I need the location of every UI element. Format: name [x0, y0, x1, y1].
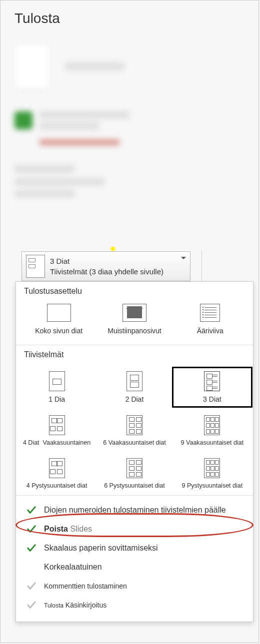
handout-6-slides-h[interactable]: 6 Vaakasuuntaiset diat: [96, 412, 173, 449]
handout-6-slides-v[interactable]: 6 Pystysuuntaiset diat: [96, 455, 173, 492]
dropdown-line1: 3 Diat: [50, 256, 164, 266]
handout-4-slides-h[interactable]: 4 Diat Vaakasuuntainen: [18, 412, 96, 449]
option-print-ink[interactable]: Tulosta Käsinkirjoitus: [16, 596, 253, 615]
page-title: Tulosta: [0, 0, 258, 26]
handout-4-slides-v[interactable]: 4 Pystysuuntaiset diat: [18, 455, 96, 492]
handout-6h-icon: [126, 415, 142, 435]
handout-9v-icon: [204, 458, 220, 478]
option-outline[interactable]: Ääriviiva: [172, 302, 248, 337]
section-handouts-title: Tiivistelmät: [16, 345, 253, 365]
checkmark-icon: [26, 524, 37, 535]
outline-icon: [200, 304, 220, 322]
option-full-page-slides[interactable]: Koko sivun diat: [21, 302, 96, 337]
handout-9h-icon: [204, 415, 220, 435]
cursor-highlight: [110, 246, 116, 251]
option-high-quality[interactable]: Korkealaatuinen: [16, 558, 253, 577]
option-print-comments[interactable]: Kommenttien tulostaminen: [16, 577, 253, 596]
notes-pages-icon: [122, 304, 146, 322]
print-layout-dropdown[interactable]: 3 Diat Tiivistelmät (3 diaa yhdelle sivu…: [22, 251, 190, 281]
full-page-icon: [47, 304, 71, 322]
checkmark-icon: [26, 543, 37, 554]
option-print-slide-numbers[interactable]: Diojen numeroiden tulostaminen tiivistel…: [16, 501, 253, 520]
checkmark-disabled-icon: [26, 581, 37, 592]
option-remove-slides[interactable]: Poista Slides: [16, 520, 253, 539]
handout-3-icon: [26, 255, 45, 278]
handout-3-slides[interactable]: 3 Diat: [174, 368, 251, 406]
handout-9-slides-h[interactable]: 9 Vaakasuuntaiset diat: [174, 412, 251, 449]
dropdown-line2: Tiivistelmät (3 diaa yhdelle sivulle): [50, 266, 164, 277]
option-notes-pages[interactable]: Muistiinpanosivut: [96, 302, 172, 337]
handout-4v-icon: [49, 458, 65, 478]
section-print-layout-title: Tulostusasettelu: [16, 282, 253, 302]
handout-9-slides-v[interactable]: 9 Pystysuuntaiset diat: [174, 455, 251, 492]
print-layout-popup: Tulostusasettelu Koko sivun diat Muistii…: [16, 281, 254, 622]
handout-4h-icon: [49, 415, 65, 435]
chevron-down-icon: [181, 257, 186, 259]
handout-3-icon: [204, 371, 220, 391]
checkmark-icon: [26, 505, 37, 516]
handout-2-icon: [126, 371, 142, 391]
option-scale-to-fit[interactable]: Skaalaus paperin sovittamiseksi: [16, 539, 253, 558]
handout-2-slides[interactable]: 2 Diat: [96, 368, 173, 406]
blank-icon: [26, 562, 37, 573]
checkmark-disabled-icon: [26, 600, 37, 611]
blurred-background: [0, 26, 258, 197]
handout-1-slide[interactable]: 1 Dia: [18, 368, 96, 406]
handout-1-icon: [49, 371, 65, 391]
handout-6v-icon: [126, 458, 142, 478]
